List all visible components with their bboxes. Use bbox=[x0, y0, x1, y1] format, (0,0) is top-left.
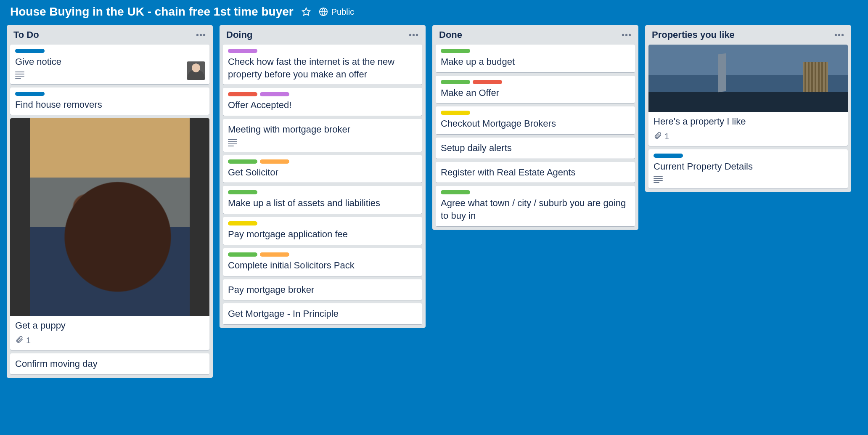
card-title: Checkout Mortgage Brokers bbox=[441, 117, 630, 130]
card-badges bbox=[228, 139, 417, 148]
card-labels bbox=[228, 92, 417, 96]
card[interactable]: Confirm moving day bbox=[10, 353, 209, 374]
card[interactable]: Get Mortgage - In Principle bbox=[223, 303, 422, 324]
card-label[interactable] bbox=[228, 221, 257, 225]
card[interactable]: Make up a budget bbox=[436, 45, 635, 72]
list-header: Doing••• bbox=[223, 29, 422, 45]
card[interactable]: Find house removers bbox=[10, 88, 209, 115]
visibility-label: Public bbox=[331, 7, 354, 17]
card-labels bbox=[15, 49, 204, 53]
member-avatar[interactable] bbox=[187, 61, 205, 80]
svg-marker-0 bbox=[302, 8, 310, 15]
card-title: Make up a budget bbox=[441, 56, 630, 68]
card-labels bbox=[441, 49, 630, 53]
card-label[interactable] bbox=[473, 80, 502, 84]
star-icon[interactable] bbox=[300, 6, 312, 18]
card[interactable]: Meeting with mortgage broker bbox=[223, 119, 422, 152]
card-label[interactable] bbox=[260, 92, 289, 96]
card-labels bbox=[228, 49, 417, 53]
card-label[interactable] bbox=[15, 92, 45, 96]
list-title[interactable]: To Do bbox=[13, 29, 39, 40]
card[interactable]: Pay mortgage application fee bbox=[223, 217, 422, 245]
card[interactable]: Check how fast the internet is at the ne… bbox=[223, 45, 422, 85]
card-label[interactable] bbox=[441, 80, 470, 84]
card-title: Make an Offer bbox=[441, 87, 630, 99]
card-label[interactable] bbox=[15, 49, 45, 53]
card-labels bbox=[441, 111, 630, 115]
card-title: Check how fast the internet is at the ne… bbox=[228, 56, 417, 80]
card-title: Current Property Details bbox=[654, 160, 843, 173]
list-title[interactable]: Done bbox=[439, 29, 462, 40]
card[interactable]: Agree what town / city / suburb you are … bbox=[436, 186, 635, 226]
card-label[interactable] bbox=[260, 159, 289, 164]
card[interactable]: Offer Accepted! bbox=[223, 88, 422, 116]
card-title: Get Mortgage - In Principle bbox=[228, 308, 417, 320]
board-visibility[interactable]: Public bbox=[319, 7, 354, 17]
board-lists: To Do•••Give noticeFind house removersGe… bbox=[0, 25, 868, 378]
description-icon bbox=[654, 176, 663, 184]
card-badges: 1 bbox=[15, 335, 204, 346]
card-badges: 1 bbox=[654, 131, 843, 142]
description-icon bbox=[15, 72, 24, 80]
card-label[interactable] bbox=[441, 190, 470, 194]
attachment-icon bbox=[15, 335, 24, 346]
card[interactable]: Register with Real Estate Agents bbox=[436, 162, 635, 183]
list-menu-icon[interactable]: ••• bbox=[622, 30, 632, 40]
card-label[interactable] bbox=[228, 49, 257, 53]
card-label[interactable] bbox=[441, 49, 470, 53]
attachment-count: 1 bbox=[26, 336, 31, 345]
card-label[interactable] bbox=[228, 252, 257, 257]
card[interactable]: Here's a property I like1 bbox=[648, 45, 848, 146]
card-label[interactable] bbox=[228, 190, 257, 194]
card[interactable]: Current Property Details bbox=[648, 149, 848, 189]
list-header: Done••• bbox=[436, 29, 635, 45]
card-cover-image bbox=[10, 118, 209, 316]
list-cards: Here's a property I like1Current Propert… bbox=[648, 45, 848, 188]
card[interactable]: Get Solicitor bbox=[223, 155, 422, 183]
attachment-icon bbox=[654, 131, 662, 142]
list-menu-icon[interactable]: ••• bbox=[834, 30, 844, 40]
card-labels bbox=[228, 221, 417, 225]
card[interactable]: Setup daily alerts bbox=[436, 138, 635, 159]
card-title: Agree what town / city / suburb you are … bbox=[441, 197, 630, 222]
card[interactable]: Make up a list of assets and liabilities bbox=[223, 186, 422, 214]
card-label[interactable] bbox=[260, 252, 289, 257]
card-label[interactable] bbox=[228, 92, 257, 96]
card[interactable]: Get a puppy1 bbox=[10, 118, 209, 350]
card-labels bbox=[441, 80, 630, 84]
attachment-count: 1 bbox=[664, 132, 669, 141]
card-title: Find house removers bbox=[15, 98, 204, 111]
card-label[interactable] bbox=[441, 111, 470, 115]
card-badges bbox=[654, 176, 843, 184]
list-title[interactable]: Properties you like bbox=[652, 29, 735, 40]
attachment-badge: 1 bbox=[654, 131, 669, 142]
card-title: Confirm moving day bbox=[15, 358, 204, 370]
card-title: Give notice bbox=[15, 56, 204, 68]
list-menu-icon[interactable]: ••• bbox=[196, 30, 206, 40]
card[interactable]: Complete initial Solicitors Pack bbox=[223, 248, 422, 276]
list-header: Properties you like••• bbox=[648, 29, 848, 45]
globe-icon bbox=[319, 7, 328, 16]
card-label[interactable] bbox=[654, 154, 683, 158]
card-title: Setup daily alerts bbox=[441, 142, 630, 154]
board-title[interactable]: House Buying in the UK - chain free 1st … bbox=[10, 5, 294, 19]
card[interactable]: Checkout Mortgage Brokers bbox=[436, 106, 635, 134]
card-title: Complete initial Solicitors Pack bbox=[228, 259, 417, 272]
list-menu-icon[interactable]: ••• bbox=[409, 30, 419, 40]
list-cards: Make up a budgetMake an OfferCheckout Mo… bbox=[436, 45, 635, 226]
list: To Do•••Give noticeFind house removersGe… bbox=[7, 25, 213, 378]
list-title[interactable]: Doing bbox=[226, 29, 252, 40]
card-title: Pay mortgage application fee bbox=[228, 228, 417, 241]
card[interactable]: Make an Offer bbox=[436, 76, 635, 103]
card[interactable]: Pay mortgage broker bbox=[223, 279, 422, 300]
list-cards: Give noticeFind house removersGet a pupp… bbox=[10, 45, 209, 374]
card-labels bbox=[228, 190, 417, 194]
card-title: Register with Real Estate Agents bbox=[441, 166, 630, 179]
card[interactable]: Give notice bbox=[10, 45, 209, 84]
card-title: Meeting with mortgage broker bbox=[228, 123, 417, 136]
list: Properties you like•••Here's a property … bbox=[645, 25, 851, 192]
card-labels bbox=[15, 92, 204, 96]
card-title: Get Solicitor bbox=[228, 166, 417, 179]
board-header: House Buying in the UK - chain free 1st … bbox=[0, 0, 868, 25]
card-label[interactable] bbox=[228, 159, 257, 164]
